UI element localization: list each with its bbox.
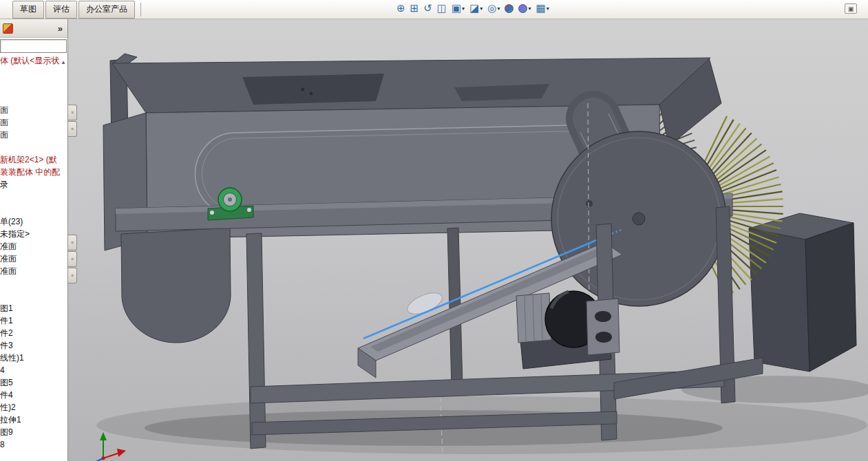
- feature-tree: 体 (默认<显示状面面面新机架2<1> (默装装配体 中的配录单(23)未指定>…: [0, 54, 67, 451]
- command-tab[interactable]: 草图: [12, 1, 44, 19]
- apply-scene-ball-icon: [518, 4, 527, 13]
- app-window: 草图评估办公室产品 ⊕⊞↺◫▣▾◪▾◎▾▾▦▾ ▣ » 体 (默认<显示状面面面…: [0, 0, 868, 461]
- motor-assembly[interactable]: [516, 291, 620, 369]
- tree-item[interactable]: 面: [0, 116, 67, 129]
- command-tab[interactable]: 办公室产品: [78, 1, 135, 19]
- tree-item[interactable]: 准面: [0, 253, 67, 265]
- dropdown-caret-icon[interactable]: ▾: [528, 6, 531, 12]
- tree-item[interactable]: 面: [0, 129, 67, 141]
- view-toolbar: ⊕⊞↺◫▣▾◪▾◎▾▾▦▾: [395, 1, 551, 15]
- tree-item[interactable]: 图1: [0, 302, 67, 314]
- tree-item[interactable]: 4: [0, 364, 67, 376]
- left-hopper-pod[interactable]: [121, 228, 231, 343]
- section-view-glyph: ◫: [437, 2, 447, 14]
- tree-item[interactable]: 8: [0, 438, 67, 451]
- assembly-document-icon: [3, 23, 13, 34]
- view-orientation-glyph: ▣: [452, 2, 461, 14]
- graphics-area[interactable]: [0, 19, 868, 461]
- feature-manager-panel: » 体 (默认<显示状面面面新机架2<1> (默装装配体 中的配录单(23)未指…: [0, 19, 68, 461]
- zoom-to-fit-icon[interactable]: ⊕: [395, 1, 407, 15]
- collection-box[interactable]: [749, 213, 856, 372]
- section-view-icon[interactable]: ◫: [436, 1, 448, 15]
- tree-item[interactable]: [0, 92, 67, 104]
- tree-item[interactable]: [0, 290, 67, 302]
- tree-item[interactable]: 单(23): [0, 215, 67, 228]
- tree-item[interactable]: 图9: [0, 426, 67, 438]
- dropdown-caret-icon[interactable]: ▾: [547, 6, 549, 12]
- command-tabs: 草图评估办公室产品: [0, 0, 136, 19]
- tree-item[interactable]: 面: [0, 104, 67, 116]
- dropdown-caret-icon[interactable]: ▾: [497, 6, 500, 12]
- edit-appearance-icon[interactable]: [503, 3, 515, 14]
- view-settings-icon[interactable]: ▦▾: [534, 1, 550, 15]
- zoom-to-area-icon[interactable]: ⊞: [409, 1, 421, 15]
- tree-filter-box[interactable]: [0, 39, 67, 53]
- tree-item[interactable]: 件3: [0, 339, 67, 352]
- dropdown-caret-icon[interactable]: ▾: [462, 6, 465, 12]
- panel-split-tab[interactable]: ≡: [68, 251, 77, 267]
- tree-item[interactable]: 件2: [0, 327, 67, 339]
- edit-appearance-ball-icon: [505, 4, 514, 13]
- tree-item[interactable]: 准面: [0, 240, 67, 253]
- zoom-to-area-glyph: ⊞: [410, 2, 419, 14]
- previous-view-glyph: ↺: [423, 2, 432, 14]
- tree-item[interactable]: [0, 203, 67, 215]
- tree-item[interactable]: 装装配体 中的配: [0, 166, 67, 178]
- view-orientation-icon[interactable]: ▣▾: [450, 1, 466, 15]
- toolbar-options-icon[interactable]: ▣: [845, 3, 857, 14]
- panel-split-tab[interactable]: ≡: [68, 121, 77, 137]
- orientation-triad: [92, 432, 126, 461]
- feature-manager-header: »: [0, 19, 67, 38]
- tree-item[interactable]: 准面: [0, 265, 67, 277]
- dropdown-caret-icon[interactable]: ▾: [480, 6, 483, 12]
- toolbar-separator: [140, 3, 141, 17]
- panel-split-tab[interactable]: ≡: [68, 268, 77, 283]
- zoom-to-fit-glyph: ⊕: [396, 2, 405, 14]
- tree-item[interactable]: 性)2: [0, 401, 67, 414]
- hide-show-items-icon[interactable]: ◎▾: [486, 1, 501, 15]
- tree-item[interactable]: 图5: [0, 376, 67, 389]
- tree-item[interactable]: 体 (默认<显示状: [0, 54, 67, 67]
- tree-item[interactable]: 新机架2<1> (默: [0, 153, 67, 166]
- display-style-icon[interactable]: ◪▾: [468, 1, 484, 15]
- panel-split-tab[interactable]: ≡: [68, 105, 77, 120]
- tree-item[interactable]: [0, 79, 67, 92]
- command-tab[interactable]: 评估: [45, 1, 77, 19]
- scroll-up-arrow-icon[interactable]: ▲: [61, 59, 66, 65]
- tree-item[interactable]: 未指定>: [0, 228, 67, 240]
- tree-item[interactable]: 录: [0, 178, 67, 191]
- display-style-glyph: ◪: [469, 2, 479, 14]
- tree-item[interactable]: 线性)1: [0, 352, 67, 364]
- tree-item[interactable]: [0, 191, 67, 203]
- view-settings-glyph: ▦: [536, 2, 545, 14]
- apply-scene-icon[interactable]: ▾: [517, 3, 532, 14]
- tree-item[interactable]: 拉伸1: [0, 414, 67, 426]
- tree-item[interactable]: 件1: [0, 314, 67, 327]
- panel-split-tab[interactable]: ≡: [68, 235, 77, 250]
- hide-show-items-glyph: ◎: [487, 2, 496, 14]
- expand-flyout-button[interactable]: »: [56, 23, 65, 34]
- drive-disc[interactable]: [551, 131, 726, 306]
- tree-item[interactable]: [0, 141, 67, 153]
- tree-item[interactable]: 件4: [0, 389, 67, 401]
- viewport-3d[interactable]: [0, 19, 868, 461]
- previous-view-icon[interactable]: ↺: [422, 1, 434, 15]
- tree-item[interactable]: [0, 277, 67, 290]
- tree-item[interactable]: [0, 67, 67, 79]
